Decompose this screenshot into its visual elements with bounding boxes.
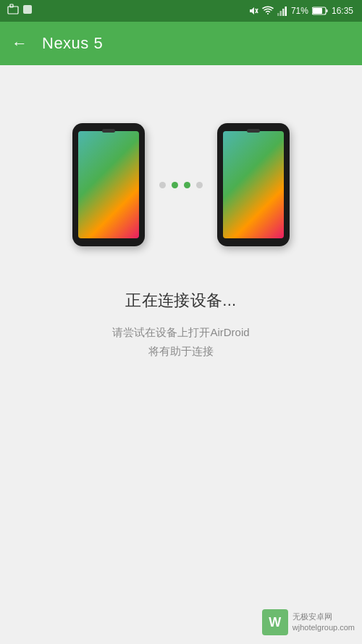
app-bar-title: Nexus 5 xyxy=(42,34,103,53)
main-content: 正在连接设备... 请尝试在设备上打开AirDroid 将有助于连接 xyxy=(0,65,362,644)
left-phone-screen xyxy=(78,131,139,238)
svg-rect-2 xyxy=(23,5,32,14)
phone-animation xyxy=(72,123,290,246)
svg-rect-11 xyxy=(326,9,327,12)
hint-line1: 请尝试在设备上打开AirDroid xyxy=(112,326,249,338)
watermark-line2: wjhotelgroup.com xyxy=(292,622,355,633)
svg-rect-5 xyxy=(277,13,279,16)
svg-rect-6 xyxy=(279,11,282,16)
volume-icon xyxy=(248,6,258,16)
connecting-text: 正在连接设备... xyxy=(125,290,236,311)
status-bar: 71% 16:35 xyxy=(0,0,362,22)
app-icon-1 xyxy=(7,4,19,15)
dot-4 xyxy=(196,182,203,188)
status-icons: 71% 16:35 xyxy=(248,6,353,16)
right-screen-gradient xyxy=(223,131,284,238)
svg-rect-7 xyxy=(282,9,285,16)
wifi-icon xyxy=(262,6,274,16)
right-phone-screen xyxy=(223,131,284,238)
svg-rect-8 xyxy=(285,7,287,16)
dot-2 xyxy=(172,182,178,188)
left-screen-gradient xyxy=(78,131,139,238)
right-phone xyxy=(217,123,290,246)
back-button[interactable]: ← xyxy=(12,34,28,53)
hint-line2: 将有助于连接 xyxy=(148,345,214,357)
app-bar: ← Nexus 5 xyxy=(0,22,362,65)
battery-percent: 71% xyxy=(291,6,308,16)
status-time: 16:35 xyxy=(332,6,353,16)
signal-icon xyxy=(277,6,287,16)
left-phone xyxy=(72,123,145,246)
dot-1 xyxy=(159,182,166,188)
status-section: 正在连接设备... 请尝试在设备上打开AirDroid 将有助于连接 xyxy=(112,290,249,360)
app-icon-2 xyxy=(22,4,33,15)
hint-text: 请尝试在设备上打开AirDroid 将有助于连接 xyxy=(112,323,249,360)
watermark: W 无极安卓网 wjhotelgroup.com xyxy=(262,609,355,635)
watermark-line1: 无极安卓网 xyxy=(292,611,355,622)
status-bar-notifications xyxy=(7,4,33,15)
svg-rect-10 xyxy=(313,8,322,14)
watermark-text: 无极安卓网 wjhotelgroup.com xyxy=(292,611,355,634)
connection-dots xyxy=(159,182,203,188)
watermark-logo: W xyxy=(262,609,288,635)
battery-icon xyxy=(312,7,328,15)
dot-3 xyxy=(184,182,190,188)
